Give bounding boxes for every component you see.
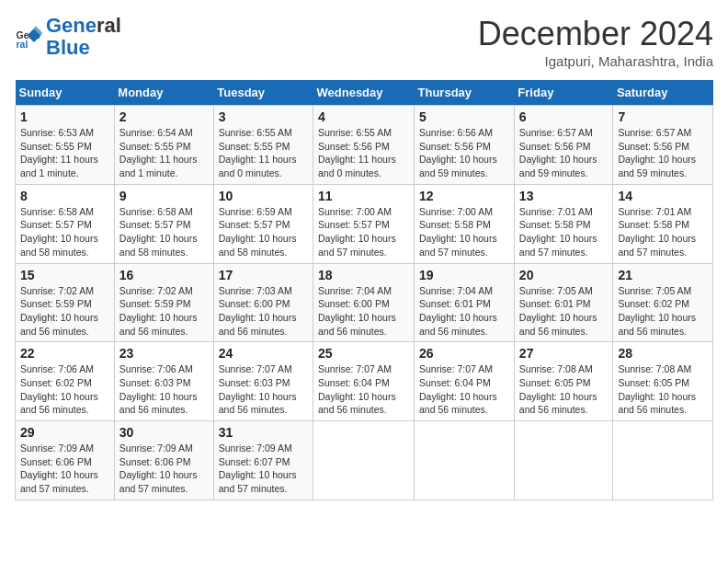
- day-number: 31: [219, 425, 308, 440]
- day-info: Sunrise: 6:58 AMSunset: 5:57 PMDaylight:…: [20, 205, 109, 259]
- day-info: Sunrise: 7:06 AMSunset: 6:02 PMDaylight:…: [20, 362, 109, 417]
- calendar-cell: 4Sunrise: 6:55 AMSunset: 5:56 PMDaylight…: [313, 106, 415, 185]
- calendar-cell: 2Sunrise: 6:54 AMSunset: 5:55 PMDaylight…: [114, 106, 213, 185]
- day-number: 14: [618, 189, 708, 203]
- day-number: 4: [318, 109, 409, 124]
- day-number: 3: [219, 109, 308, 124]
- calendar-cell: 6Sunrise: 6:57 AMSunset: 5:56 PMDaylight…: [514, 106, 613, 185]
- day-info: Sunrise: 7:00 AMSunset: 5:57 PMDaylight:…: [318, 205, 409, 259]
- day-info: Sunrise: 6:58 AMSunset: 5:57 PMDaylight:…: [119, 205, 209, 259]
- day-info: Sunrise: 7:08 AMSunset: 6:05 PMDaylight:…: [618, 362, 708, 417]
- header-day-wednesday: Wednesday: [313, 80, 415, 106]
- day-info: Sunrise: 6:55 AMSunset: 5:56 PMDaylight:…: [318, 126, 409, 180]
- calendar-cell: 28Sunrise: 7:08 AMSunset: 6:05 PMDayligh…: [613, 342, 713, 421]
- calendar-cell: 1Sunrise: 6:53 AMSunset: 5:55 PMDaylight…: [16, 106, 115, 185]
- day-info: Sunrise: 7:01 AMSunset: 5:58 PMDaylight:…: [519, 205, 609, 259]
- week-row-5: 29Sunrise: 7:09 AMSunset: 6:06 PMDayligh…: [16, 421, 713, 500]
- logo: Gene ral General Blue: [15, 15, 121, 59]
- calendar-cell: 20Sunrise: 7:05 AMSunset: 6:01 PMDayligh…: [514, 263, 613, 342]
- day-info: Sunrise: 7:09 AMSunset: 6:07 PMDaylight:…: [219, 442, 308, 496]
- day-number: 10: [219, 189, 308, 203]
- day-info: Sunrise: 7:05 AMSunset: 6:02 PMDaylight:…: [618, 284, 708, 339]
- calendar-cell: 5Sunrise: 6:56 AMSunset: 5:56 PMDaylight…: [415, 106, 515, 185]
- day-number: 24: [219, 346, 308, 361]
- header-day-thursday: Thursday: [415, 80, 515, 106]
- day-info: Sunrise: 7:05 AMSunset: 6:01 PMDaylight:…: [519, 284, 609, 339]
- day-info: Sunrise: 7:09 AMSunset: 6:06 PMDaylight:…: [20, 442, 109, 496]
- day-number: 15: [20, 268, 109, 282]
- day-number: 29: [20, 425, 109, 440]
- week-row-4: 22Sunrise: 7:06 AMSunset: 6:02 PMDayligh…: [16, 342, 713, 421]
- day-info: Sunrise: 7:04 AMSunset: 6:00 PMDaylight:…: [318, 284, 409, 339]
- calendar-cell: 30Sunrise: 7:09 AMSunset: 6:06 PMDayligh…: [114, 421, 213, 500]
- calendar-cell: [514, 421, 613, 500]
- header: Gene ral General Blue December 2024 Igat…: [15, 15, 713, 69]
- day-info: Sunrise: 6:53 AMSunset: 5:55 PMDaylight:…: [20, 126, 109, 180]
- day-number: 28: [618, 346, 708, 361]
- calendar-cell: 9Sunrise: 6:58 AMSunset: 5:57 PMDaylight…: [114, 184, 213, 263]
- day-info: Sunrise: 7:07 AMSunset: 6:03 PMDaylight:…: [219, 362, 308, 417]
- day-number: 23: [119, 346, 209, 361]
- calendar-cell: 17Sunrise: 7:03 AMSunset: 6:00 PMDayligh…: [213, 263, 313, 342]
- calendar-cell: 21Sunrise: 7:05 AMSunset: 6:02 PMDayligh…: [613, 263, 713, 342]
- week-row-1: 1Sunrise: 6:53 AMSunset: 5:55 PMDaylight…: [16, 106, 713, 185]
- day-number: 19: [419, 268, 509, 282]
- day-number: 16: [119, 268, 209, 282]
- calendar-cell: 23Sunrise: 7:06 AMSunset: 6:03 PMDayligh…: [114, 342, 213, 421]
- day-info: Sunrise: 7:04 AMSunset: 6:01 PMDaylight:…: [419, 284, 509, 339]
- day-info: Sunrise: 7:07 AMSunset: 6:04 PMDaylight:…: [419, 362, 509, 417]
- calendar-cell: 27Sunrise: 7:08 AMSunset: 6:05 PMDayligh…: [514, 342, 613, 421]
- day-info: Sunrise: 7:03 AMSunset: 6:00 PMDaylight:…: [219, 284, 308, 339]
- calendar-cell: 7Sunrise: 6:57 AMSunset: 5:56 PMDaylight…: [613, 106, 713, 185]
- day-number: 17: [219, 268, 308, 282]
- calendar-cell: 22Sunrise: 7:06 AMSunset: 6:02 PMDayligh…: [16, 342, 115, 421]
- day-info: Sunrise: 6:59 AMSunset: 5:57 PMDaylight:…: [219, 205, 308, 259]
- calendar-cell: 11Sunrise: 7:00 AMSunset: 5:57 PMDayligh…: [313, 184, 415, 263]
- calendar-cell: 25Sunrise: 7:07 AMSunset: 6:04 PMDayligh…: [313, 342, 415, 421]
- calendar-cell: [313, 421, 415, 500]
- calendar-cell: 31Sunrise: 7:09 AMSunset: 6:07 PMDayligh…: [213, 421, 313, 500]
- logo-name-line2: Blue: [46, 37, 121, 59]
- header-day-friday: Friday: [514, 80, 613, 106]
- day-number: 1: [20, 109, 109, 124]
- day-number: 5: [419, 109, 509, 124]
- day-number: 21: [618, 268, 708, 282]
- day-number: 8: [20, 189, 109, 203]
- calendar-cell: 12Sunrise: 7:00 AMSunset: 5:58 PMDayligh…: [415, 184, 515, 263]
- calendar-cell: [613, 421, 713, 500]
- calendar-cell: 10Sunrise: 6:59 AMSunset: 5:57 PMDayligh…: [213, 184, 313, 263]
- day-number: 27: [519, 346, 609, 361]
- day-number: 6: [519, 109, 609, 124]
- day-number: 22: [20, 346, 109, 361]
- logo-name-line1: General: [46, 15, 121, 37]
- day-info: Sunrise: 7:09 AMSunset: 6:06 PMDaylight:…: [119, 442, 209, 496]
- day-number: 18: [318, 268, 409, 282]
- calendar-cell: 3Sunrise: 6:55 AMSunset: 5:55 PMDaylight…: [213, 106, 313, 185]
- day-number: 26: [419, 346, 509, 361]
- day-number: 9: [119, 189, 209, 203]
- day-info: Sunrise: 7:00 AMSunset: 5:58 PMDaylight:…: [419, 205, 509, 259]
- day-info: Sunrise: 6:57 AMSunset: 5:56 PMDaylight:…: [618, 126, 708, 180]
- header-row: SundayMondayTuesdayWednesdayThursdayFrid…: [16, 80, 713, 106]
- header-day-saturday: Saturday: [613, 80, 713, 106]
- calendar-cell: 19Sunrise: 7:04 AMSunset: 6:01 PMDayligh…: [415, 263, 515, 342]
- day-number: 7: [618, 109, 708, 124]
- calendar-cell: 13Sunrise: 7:01 AMSunset: 5:58 PMDayligh…: [514, 184, 613, 263]
- calendar-table: SundayMondayTuesdayWednesdayThursdayFrid…: [15, 80, 713, 500]
- calendar-cell: 18Sunrise: 7:04 AMSunset: 6:00 PMDayligh…: [313, 263, 415, 342]
- day-number: 25: [318, 346, 409, 361]
- day-info: Sunrise: 7:08 AMSunset: 6:05 PMDaylight:…: [519, 362, 609, 417]
- calendar-cell: 8Sunrise: 6:58 AMSunset: 5:57 PMDaylight…: [16, 184, 115, 263]
- week-row-3: 15Sunrise: 7:02 AMSunset: 5:59 PMDayligh…: [16, 263, 713, 342]
- title-block: December 2024 Igatpuri, Maharashtra, Ind…: [478, 15, 713, 69]
- day-number: 30: [119, 425, 209, 440]
- svg-text:ral: ral: [17, 39, 28, 50]
- header-day-sunday: Sunday: [16, 80, 115, 106]
- month-title: December 2024: [478, 15, 713, 53]
- calendar-cell: 24Sunrise: 7:07 AMSunset: 6:03 PMDayligh…: [213, 342, 313, 421]
- day-info: Sunrise: 6:57 AMSunset: 5:56 PMDaylight:…: [519, 126, 609, 180]
- day-number: 20: [519, 268, 609, 282]
- day-info: Sunrise: 6:56 AMSunset: 5:56 PMDaylight:…: [419, 126, 509, 180]
- calendar-cell: 16Sunrise: 7:02 AMSunset: 5:59 PMDayligh…: [114, 263, 213, 342]
- day-info: Sunrise: 7:07 AMSunset: 6:04 PMDaylight:…: [318, 362, 409, 417]
